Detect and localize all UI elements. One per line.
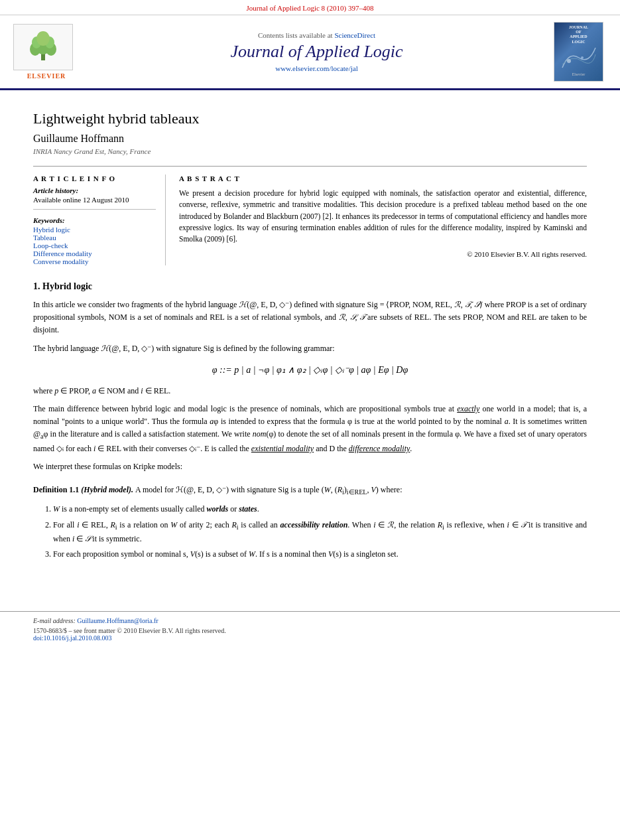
keyword-difference-modality[interactable]: Difference modality: [33, 249, 156, 257]
keyword-hybrid-logic[interactable]: Hybrid logic: [33, 226, 156, 234]
definition-1-1: Definition 1.1 (Hybrid model). A model f…: [33, 484, 587, 561]
elsevier-brand-text: ELSEVIER: [13, 72, 80, 80]
cover-subtitle: Elsevier: [572, 72, 586, 76]
article-info-label: A R T I C L E I N F O: [33, 175, 156, 182]
journal-cover-image: JOURNALOFAPPLIEDLOGIC Elsevier: [554, 22, 607, 82]
svg-point-8: [581, 56, 584, 59]
article-affiliation: INRIA Nancy Grand Est, Nancy, France: [33, 147, 587, 155]
article-author: Guillaume Hoffmann: [33, 133, 587, 145]
with-word: with: [123, 444, 137, 453]
keywords-label: Keywords:: [33, 216, 156, 224]
def-item-3: For each proposition symbol or nominal s…: [53, 548, 587, 561]
def-item-2: For all i ∈ REL, Ri is a relation on W o…: [53, 519, 587, 546]
abstract-label: A B S T R A C T: [179, 175, 587, 182]
article-info-panel: A R T I C L E I N F O Article history: A…: [33, 175, 166, 265]
journal-url[interactable]: www.elsevier.com/locate/jal: [88, 64, 546, 72]
cover-title-text: JOURNALOFAPPLIEDLOGIC: [569, 25, 588, 44]
keyword-tableau[interactable]: Tableau: [33, 234, 156, 242]
issn-line: 1570-8683/$ – see front matter © 2010 El…: [33, 627, 587, 634]
article-info-abstract: A R T I C L E I N F O Article history: A…: [33, 166, 587, 265]
history-label: Article history:: [33, 186, 156, 194]
svg-point-6: [36, 31, 50, 46]
definition-title: Definition 1.1 (Hybrid model).: [33, 485, 135, 494]
main-content: Lightweight hybrid tableaux Guillaume Ho…: [0, 90, 620, 591]
elsevier-tree-icon: [23, 31, 63, 64]
sciencedirect-link-text[interactable]: ScienceDirect: [334, 31, 375, 39]
elsevier-logo-block: ELSEVIER: [13, 24, 80, 80]
formula-text: φ ::= p | a | ¬φ | φ₁ ∧ φ₂ | ◇ᵢφ | ◇ᵢ⁻φ …: [212, 365, 408, 375]
issn-text: 1570-8683/$ – see front matter © 2010 El…: [33, 627, 226, 634]
section1-para1: In this article we consider two fragment…: [33, 299, 587, 337]
email-footnote: E-mail address: Guillaume.Hoffmann@loria…: [33, 617, 587, 624]
journal-main-title: Journal of Applied Logic: [88, 42, 546, 62]
email-label: E-mail address:: [33, 617, 76, 624]
svg-point-7: [567, 59, 571, 63]
article-title: Lightweight hybrid tableaux: [33, 110, 587, 127]
cover-decoration: [559, 44, 599, 71]
journal-title-center: Contents lists available at ScienceDirec…: [88, 31, 546, 72]
page-footer: E-mail address: Guillaume.Hoffmann@loria…: [0, 611, 620, 650]
citation-bar: Journal of Applied Logic 8 (2010) 397–40…: [0, 0, 620, 15]
section1-para2: The hybrid language ℋ(@, E, D, ◇⁻) with …: [33, 342, 587, 355]
abstract-panel: A B S T R A C T We present a decision pr…: [179, 175, 587, 265]
definition-text: A model for ℋ(@, E, D, ◇⁻) with signatur…: [135, 485, 402, 494]
elsevier-logo-image: [13, 24, 73, 70]
cover-box: JOURNALOFAPPLIEDLOGIC Elsevier: [554, 22, 603, 82]
section1-heading: 1. Hybrid logic: [33, 281, 587, 292]
keywords-section: Keywords: Hybrid logic Tableau Loop-chec…: [33, 216, 156, 265]
grammar-formula: φ ::= p | a | ¬φ | φ₁ ∧ φ₂ | ◇ᵢφ | ◇ᵢ⁻φ …: [33, 364, 587, 376]
available-online-date: Available online 12 August 2010: [33, 196, 156, 204]
doi-line[interactable]: doi:10.1016/j.jal.2010.08.003: [33, 634, 587, 642]
email-address[interactable]: Guillaume.Hoffmann@loria.fr: [77, 617, 158, 624]
def-item-1: W is a non-empty set of elements usually…: [53, 503, 587, 516]
definition-list: W is a non-empty set of elements usually…: [53, 503, 587, 561]
article-history-section: Article history: Available online 12 Aug…: [33, 186, 156, 210]
def-type: (Hybrid model).: [81, 485, 133, 494]
abstract-text: We present a decision procedure for hybr…: [179, 188, 587, 245]
copyright-line: © 2010 Elsevier B.V. All rights reserved…: [179, 250, 587, 258]
def-label: Definition 1.1: [33, 485, 79, 494]
sciencedirect-label: Contents lists available at ScienceDirec…: [88, 31, 546, 39]
keyword-converse-modality[interactable]: Converse modality: [33, 257, 156, 265]
journal-header: ELSEVIER Contents lists available at Sci…: [0, 15, 620, 90]
keyword-loop-check[interactable]: Loop-check: [33, 242, 156, 249]
section1-para3: where p ∈ PROP, a ∈ NOM and i ∈ REL.: [33, 385, 587, 397]
citation-text: Journal of Applied Logic 8 (2010) 397–40…: [247, 4, 374, 12]
section1-para5: We interpret these formulas on Kripke mo…: [33, 460, 587, 473]
section1-para4: The main difference between hybrid logic…: [33, 403, 587, 455]
